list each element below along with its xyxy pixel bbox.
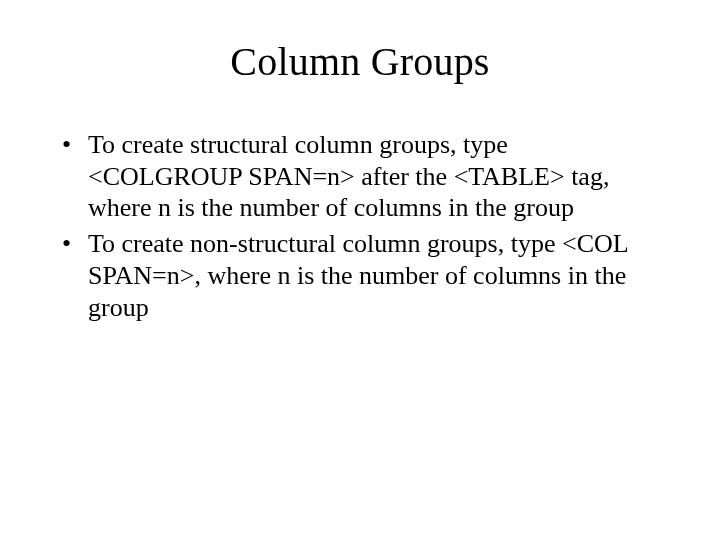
slide-title: Column Groups [60,38,660,85]
bullet-list: To create structural column groups, type… [60,129,660,323]
list-item: To create structural column groups, type… [60,129,660,224]
slide: Column Groups To create structural colum… [0,0,720,540]
list-item: To create non-structural column groups, … [60,228,660,323]
